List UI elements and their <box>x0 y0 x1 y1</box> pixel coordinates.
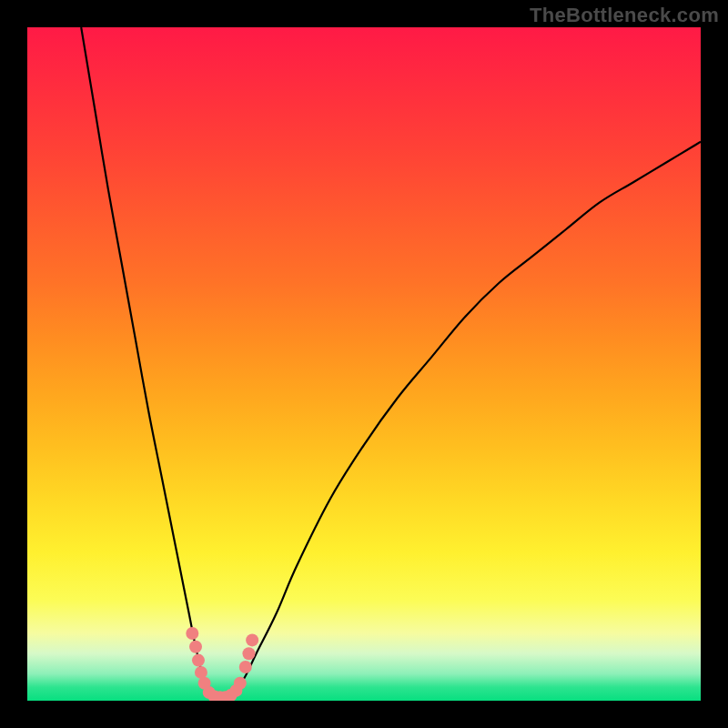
watermark-text: TheBottleneck.com <box>530 4 719 27</box>
plot-area <box>27 27 701 701</box>
data-marker <box>242 647 255 660</box>
data-marker <box>234 677 247 690</box>
chart-frame: TheBottleneck.com <box>0 0 728 728</box>
curve-right-branch <box>216 142 701 698</box>
data-marker <box>189 641 202 653</box>
curve-left-branch <box>81 27 216 697</box>
data-marker <box>195 666 207 679</box>
data-marker <box>239 661 252 673</box>
curve-layer <box>27 27 701 701</box>
data-marker <box>186 627 198 640</box>
data-marker <box>192 654 205 667</box>
data-marker <box>246 633 258 646</box>
marker-cluster <box>186 627 258 701</box>
